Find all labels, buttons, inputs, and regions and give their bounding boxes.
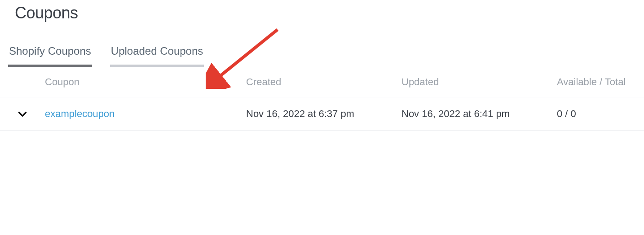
coupon-name-link[interactable]: examplecoupon (45, 108, 115, 119)
table-header-row: Coupon Created Updated Available / Total (0, 67, 644, 97)
coupon-updated: Nov 16, 2022 at 6:41 pm (401, 108, 557, 120)
coupon-available-total: 0 / 0 (557, 108, 644, 120)
table-row: examplecoupon Nov 16, 2022 at 6:37 pm No… (0, 97, 644, 131)
chevron-down-icon[interactable] (17, 108, 28, 120)
column-header-available-total: Available / Total (557, 76, 644, 88)
tabs-container: Shopify Coupons Uploaded Coupons (0, 45, 644, 67)
coupon-created: Nov 16, 2022 at 6:37 pm (246, 108, 401, 120)
tab-shopify-coupons[interactable]: Shopify Coupons (8, 45, 92, 67)
tab-uploaded-coupons[interactable]: Uploaded Coupons (110, 45, 204, 67)
column-header-created: Created (246, 76, 401, 88)
column-header-updated: Updated (401, 76, 557, 88)
column-header-coupon: Coupon (45, 76, 246, 88)
page-title: Coupons (0, 0, 644, 22)
coupons-table: Coupon Created Updated Available / Total… (0, 67, 644, 131)
